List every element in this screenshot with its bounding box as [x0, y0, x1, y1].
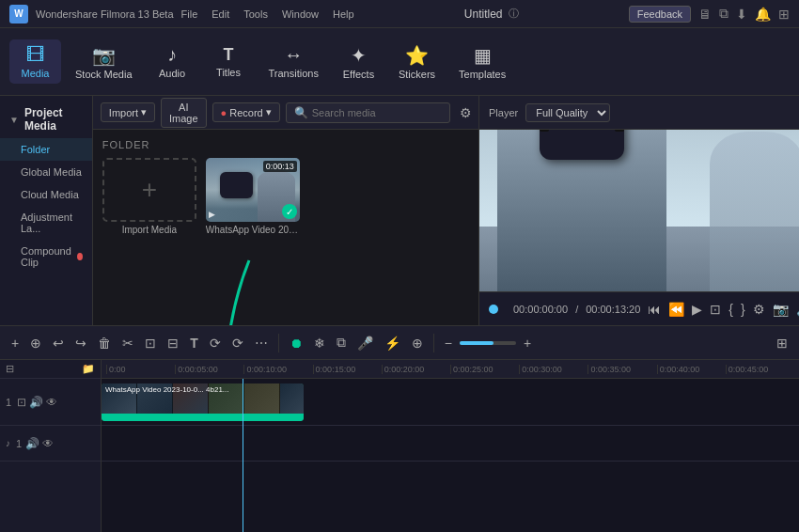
main-content: ▼ Project Media Folder Global Media Clou… [0, 96, 799, 325]
sidebar-project-media-header[interactable]: ▼ Project Media [0, 101, 92, 138]
loop-back-button[interactable]: ⟳ [206, 334, 225, 352]
ai-image-button[interactable]: AI Image [161, 98, 207, 128]
mic-button[interactable]: 🎤 [353, 334, 377, 352]
filter-icon[interactable]: ⚙ [456, 103, 476, 122]
menu-tools[interactable]: Tools [243, 8, 268, 20]
menu-help[interactable]: Help [333, 8, 354, 20]
import-button[interactable]: Import ▾ [101, 102, 155, 122]
clip-button[interactable]: ⧉ [333, 333, 350, 352]
toolbar-stickers[interactable]: ⭐ Stickers [389, 39, 445, 85]
step-back-button[interactable]: ⏪ [668, 302, 684, 317]
audio-track-eye-icon[interactable]: 👁 [42, 437, 54, 450]
toolbar-effects[interactable]: ✦ Effects [333, 39, 384, 85]
ruler-marks: 0:00 0:00:05:00 0:00:10:00 0:00:15:00 0:… [106, 365, 794, 374]
delete-button[interactable]: 🗑 [94, 334, 115, 352]
split-button[interactable]: ⊟ [164, 334, 182, 352]
title-bar: W Wondershare Filmora 13 Beta File Edit … [0, 0, 799, 28]
zoom-out-button[interactable]: − [441, 334, 456, 352]
video-track-thumbnail-icon[interactable]: ⊡ [17, 396, 26, 409]
video-media-item[interactable]: 0:00:13 ✓ ▶ WhatsApp Video 2023-10-05... [206, 158, 300, 235]
menu-edit[interactable]: Edit [212, 8, 229, 20]
toolbar-stock-media-label: Stock Media [75, 69, 133, 80]
mark-out-button[interactable]: } [741, 302, 745, 317]
toolbar-titles[interactable]: T Titles [203, 40, 255, 83]
sidebar-item-folder[interactable]: Folder [0, 138, 92, 161]
feedback-button[interactable]: Feedback [629, 6, 691, 23]
media-items-list: + Import Media [102, 158, 478, 235]
import-media-label: Import Media [122, 225, 177, 235]
import-media-item[interactable]: + Import Media [102, 158, 196, 235]
video-track-header: 1 ⊡ 🔊 👁 [0, 379, 101, 426]
expand-icon: ⊟ [6, 363, 14, 375]
add-track-icon[interactable]: 📁 [82, 363, 95, 375]
toolbar-audio[interactable]: ♪ Audio [147, 39, 198, 84]
zoom-slider[interactable] [460, 341, 516, 345]
menu-file[interactable]: File [181, 8, 198, 20]
video-track-speaker-icon[interactable]: 🔊 [29, 396, 43, 409]
video-track: WhatsApp Video 2023-10-0... 4b21... [102, 379, 799, 426]
motion-button[interactable]: ⊕ [408, 334, 427, 352]
video-clip[interactable]: WhatsApp Video 2023-10-0... 4b21... [102, 383, 304, 421]
media-grid: FOLDER + Import Media [93, 130, 478, 325]
mark-in-button[interactable]: { [728, 302, 733, 317]
bell-icon[interactable]: 🔔 [755, 7, 771, 22]
video-track-eye-icon[interactable]: 👁 [46, 396, 57, 409]
timeline-ruler: 0:00 0:00:05:00 0:00:10:00 0:00:15:00 0:… [102, 360, 799, 379]
grid-icon[interactable]: ⊞ [778, 7, 790, 22]
toolbar-transitions[interactable]: ↔ Transitions [259, 39, 328, 84]
timeline-expand-row: ⊟ 📁 [0, 360, 101, 379]
ruler-mark-4: 0:00:20:00 [382, 365, 450, 374]
zoom-in-button[interactable]: + [520, 334, 535, 352]
toolbar-media[interactable]: 🎞 Media [9, 39, 61, 84]
loop-fwd-button[interactable]: ⟳ [228, 334, 247, 352]
crop-button[interactable]: ⊡ [141, 334, 160, 352]
sidebar-item-adjustment[interactable]: Adjustment La... [0, 206, 92, 240]
fullscreen-button[interactable]: ⊡ [710, 302, 721, 317]
audio-icon: ♪ [167, 44, 177, 66]
undo-button[interactable]: ↩ [49, 334, 68, 352]
settings-button[interactable]: ⚙ [753, 302, 765, 317]
play-button[interactable]: ▶ [692, 302, 702, 317]
timeline-settings-button[interactable]: ⊞ [773, 334, 791, 352]
screenshot-button[interactable]: 📷 [773, 302, 789, 317]
freeze-button[interactable]: ❄ [310, 334, 329, 352]
audio-track-icons: 🔊 👁 [25, 437, 54, 450]
search-input[interactable] [312, 107, 442, 118]
thumb-video-icon: ▶ [209, 210, 215, 219]
download-icon[interactable]: ⬇ [736, 7, 747, 22]
ruler-mark-6: 0:00:30:00 [519, 365, 588, 374]
thumb-time: 0:00:13 [263, 161, 297, 172]
playhead[interactable] [243, 379, 243, 532]
quality-select[interactable]: Full Quality [525, 103, 610, 122]
magnet-button[interactable]: ⊕ [26, 334, 45, 352]
text-button[interactable]: T [186, 334, 202, 352]
speed-button[interactable]: ⚡ [381, 334, 404, 352]
add-track-button[interactable]: + [8, 334, 23, 352]
sidebar-item-compound-clip[interactable]: Compound Clip [0, 240, 92, 274]
audio-track-num: ♪ [6, 438, 10, 448]
copy-icon[interactable]: ⧉ [719, 6, 728, 22]
cut-button[interactable]: ✂ [118, 334, 137, 352]
progress-dot[interactable] [489, 305, 498, 314]
toolbar-templates[interactable]: ▦ Templates [449, 39, 515, 85]
sidebar-item-cloud-media[interactable]: Cloud Media [0, 183, 92, 206]
redo-button[interactable]: ↪ [71, 334, 90, 352]
import-label: Import [109, 107, 138, 118]
toolbar-stock-media[interactable]: 📷 Stock Media [66, 39, 142, 85]
media-icon: 🎞 [26, 44, 45, 66]
search-box[interactable]: 🔍 [286, 102, 450, 123]
app-brand: Wondershare Filmora 13 Beta [36, 8, 174, 20]
record-timeline-button[interactable]: ⏺ [286, 334, 306, 352]
more-tools-button[interactable]: ⋯ [251, 334, 272, 352]
ruler-mark-8: 0:00:40:00 [657, 365, 726, 374]
skip-back-button[interactable]: ⏮ [648, 302, 661, 317]
toolbar-titles-label: Titles [216, 67, 241, 78]
monitor-icon[interactable]: 🖥 [698, 7, 712, 22]
sidebar-item-global-media[interactable]: Global Media [0, 161, 92, 183]
player-buttons: ⏮ ⏪ ▶ ⊡ { } ⚙ 📷 🔊 ⊞ [648, 302, 799, 317]
left-panel: ▼ Project Media Folder Global Media Clou… [0, 96, 479, 325]
record-button[interactable]: ● Record ▾ [212, 102, 280, 122]
stickers-icon: ⭐ [405, 44, 429, 67]
menu-window[interactable]: Window [282, 8, 319, 20]
audio-track-speaker-icon[interactable]: 🔊 [25, 437, 39, 450]
